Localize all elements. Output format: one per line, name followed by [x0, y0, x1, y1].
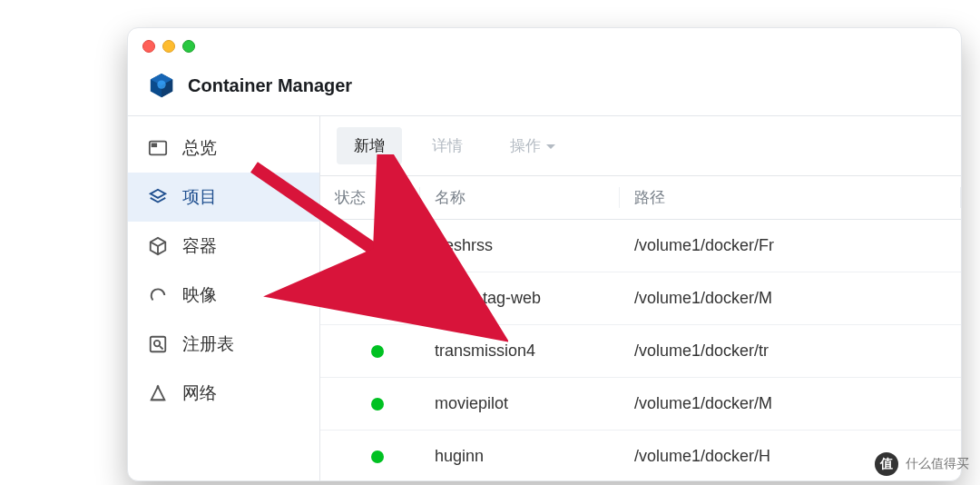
- sidebar-item-label: 项目: [182, 185, 217, 209]
- col-name[interactable]: 名称: [420, 187, 620, 208]
- grid-header: 状态 名称 路径: [320, 176, 961, 220]
- app-body: 总览 项目 容器 映像: [128, 115, 961, 480]
- project-name: transmission4: [420, 341, 620, 361]
- sidebar-item-label: 网络: [182, 381, 217, 405]
- sidebar-item-network[interactable]: 网络: [128, 369, 319, 418]
- app-window: Container Manager 总览 项目: [127, 27, 962, 481]
- project-name: music-tag-web: [420, 289, 620, 308]
- svg-point-7: [154, 341, 160, 346]
- svg-rect-6: [151, 337, 166, 352]
- status-running-icon: [371, 292, 384, 305]
- projects-grid: 状态 名称 路径 freshrss /volume1/docker/Fr mus…: [320, 175, 961, 480]
- network-icon: [148, 383, 168, 403]
- project-path: /volume1/docker/M: [620, 394, 961, 413]
- watermark: 值 什么值得买: [875, 452, 969, 476]
- table-row[interactable]: huginn /volume1/docker/H: [320, 431, 961, 480]
- toolbar: 新增 详情 操作: [320, 116, 961, 175]
- window-minimize-button[interactable]: [162, 40, 175, 53]
- detail-button[interactable]: 详情: [415, 127, 480, 164]
- window-close-button[interactable]: [142, 40, 155, 53]
- overview-icon: [148, 138, 168, 158]
- project-icon: [148, 187, 168, 207]
- sidebar-item-registry[interactable]: 注册表: [128, 320, 319, 369]
- project-path: /volume1/docker/Fr: [620, 236, 961, 255]
- app-header: Container Manager: [128, 64, 961, 115]
- project-path: /volume1/docker/M: [620, 289, 961, 308]
- svg-rect-5: [152, 144, 157, 148]
- table-row[interactable]: transmission4 /volume1/docker/tr: [320, 325, 961, 378]
- status-running-icon: [371, 398, 384, 411]
- action-dropdown[interactable]: 操作: [493, 127, 573, 164]
- new-button[interactable]: 新增: [337, 127, 402, 164]
- svg-point-10: [157, 385, 160, 388]
- window-titlebar: [128, 28, 961, 64]
- table-row[interactable]: moviepilot /volume1/docker/M: [320, 378, 961, 431]
- sidebar-item-label: 容器: [182, 234, 217, 258]
- status-running-icon: [371, 240, 384, 252]
- status-running-icon: [371, 345, 384, 358]
- sidebar-item-project[interactable]: 项目: [128, 173, 319, 222]
- col-path[interactable]: 路径: [620, 187, 961, 208]
- sidebar-item-label: 注册表: [182, 332, 234, 356]
- project-name: moviepilot: [420, 394, 620, 413]
- table-row[interactable]: freshrss /volume1/docker/Fr: [320, 220, 961, 272]
- sidebar-item-label: 总览: [182, 136, 217, 160]
- registry-icon: [148, 334, 168, 354]
- sidebar: 总览 项目 容器 映像: [128, 116, 320, 480]
- svg-point-3: [157, 80, 165, 88]
- window-maximize-button[interactable]: [182, 40, 195, 53]
- image-icon: [148, 285, 168, 305]
- status-running-icon: [371, 450, 384, 463]
- table-row[interactable]: music-tag-web /volume1/docker/M: [320, 272, 961, 325]
- project-path: /volume1/docker/tr: [620, 341, 961, 361]
- main-panel: 新增 详情 操作 状态 名称 路径 freshrss /volume1/dock…: [320, 116, 961, 480]
- sidebar-item-overview[interactable]: 总览: [128, 124, 319, 173]
- watermark-text: 什么值得买: [906, 456, 969, 472]
- sidebar-item-container[interactable]: 容器: [128, 222, 319, 271]
- watermark-badge: 值: [875, 452, 898, 476]
- sidebar-item-label: 映像: [182, 283, 217, 307]
- app-title: Container Manager: [188, 75, 352, 96]
- col-status[interactable]: 状态: [320, 187, 420, 208]
- svg-line-8: [160, 346, 163, 350]
- container-icon: [148, 236, 168, 256]
- container-manager-icon: [148, 72, 175, 99]
- project-name: freshrss: [420, 236, 620, 255]
- project-name: huginn: [420, 447, 620, 466]
- sidebar-item-image[interactable]: 映像: [128, 271, 319, 320]
